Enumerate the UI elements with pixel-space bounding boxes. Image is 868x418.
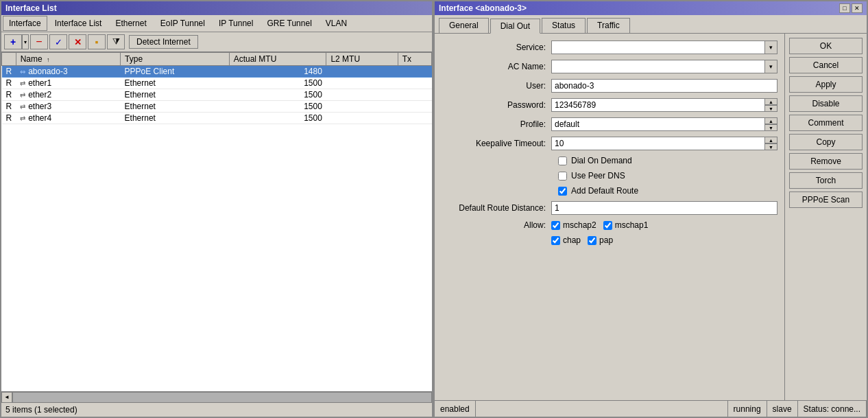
pap-group: pap — [588, 235, 613, 245]
scroll-track[interactable] — [12, 392, 432, 403]
remove-button[interactable]: Remove — [789, 153, 863, 170]
ac-name-label: AC Name: — [442, 62, 551, 71]
row-type: Ethernet — [121, 101, 230, 113]
table-row[interactable]: R ⇔abonado-3 PPPoE Client 1480 — [2, 66, 432, 78]
col-type[interactable]: Type — [121, 53, 230, 66]
tab-traffic[interactable]: Traffic — [587, 18, 630, 33]
menu-gre-tunnel[interactable]: GRE Tunnel — [261, 16, 317, 31]
menu-bar: Interface Interface List Ethernet EoIP T… — [1, 15, 432, 32]
mschap2-label: mschap2 — [563, 220, 596, 230]
toolbar: + ▾ − ✓ ✕ ▪ ⧩ Detect Internet — [1, 32, 432, 52]
keepalive-input[interactable] — [551, 137, 765, 150]
row-name: ⇄ether3 — [16, 101, 120, 113]
chap-checkbox[interactable] — [551, 236, 560, 245]
dial-on-demand-checkbox[interactable] — [558, 156, 567, 165]
ac-name-input[interactable] — [551, 60, 765, 73]
table-row[interactable]: R ⇄ether3 Ethernet 1500 — [2, 101, 432, 113]
status-empty — [476, 401, 728, 417]
user-control — [551, 79, 777, 93]
profile-spin-up[interactable]: ▲ — [765, 117, 777, 124]
col-name[interactable]: Name ↑ — [16, 53, 120, 66]
close-button[interactable]: ✕ — [69, 34, 86, 49]
chap-pap-row: chap pap — [442, 235, 777, 245]
ac-name-dropdown-btn[interactable]: ▾ — [765, 60, 777, 73]
cancel-button[interactable]: Cancel — [789, 57, 863, 73]
tab-general[interactable]: General — [439, 18, 489, 33]
interface-table: Name ↑ Type Actual MTU L2 MTU Tx R ⇔abon… — [1, 52, 432, 124]
row-mtu: 1500 — [229, 89, 326, 101]
disable-button[interactable]: Disable — [789, 95, 863, 112]
user-label: User: — [442, 81, 551, 91]
profile-input[interactable] — [551, 117, 765, 131]
service-dropdown-btn[interactable]: ▾ — [765, 40, 777, 54]
service-input[interactable] — [551, 40, 765, 54]
menu-interface[interactable]: Interface — [3, 16, 47, 31]
mschap1-group: mschap1 — [603, 220, 649, 230]
menu-interface-list[interactable]: Interface List — [49, 16, 108, 31]
add-default-route-checkbox[interactable] — [558, 187, 567, 196]
col-l2-mtu[interactable]: L2 MTU — [326, 53, 398, 66]
comment-button[interactable]: Comment — [789, 115, 863, 131]
apply-button[interactable]: Apply — [789, 76, 863, 93]
keepalive-spin-down[interactable]: ▼ — [765, 143, 777, 150]
default-route-distance-label: Default Route Distance: — [442, 203, 551, 213]
keepalive-row: Keepalive Timeout: ▲ ▼ — [442, 137, 777, 150]
password-spin-down[interactable]: ▼ — [765, 105, 777, 112]
profile-label: Profile: — [442, 119, 551, 129]
password-row: Password: ▲ ▼ — [442, 98, 777, 112]
use-peer-dns-checkbox[interactable] — [558, 172, 567, 181]
dial-on-demand-row: Dial On Demand — [442, 156, 777, 165]
tab-status[interactable]: Status — [542, 18, 586, 33]
user-input[interactable] — [551, 79, 777, 93]
default-route-distance-input[interactable] — [551, 201, 777, 215]
row-status: R — [2, 89, 16, 101]
add-dropdown-button[interactable]: ▾ — [22, 34, 29, 49]
table-row[interactable]: R ⇄ether2 Ethernet 1500 — [2, 89, 432, 101]
col-actual-mtu[interactable]: Actual MTU — [229, 53, 326, 66]
mschap2-checkbox[interactable] — [551, 221, 560, 230]
left-panel: Interface List Interface Interface List … — [0, 0, 433, 418]
remove-button[interactable]: − — [30, 34, 48, 49]
status-running: running — [728, 401, 767, 417]
service-label: Service: — [442, 43, 551, 52]
tab-dial-out[interactable]: Dial Out — [490, 19, 540, 34]
row-status: R — [2, 113, 16, 124]
row-tx — [398, 101, 431, 113]
use-peer-dns-row: Use Peer DNS — [442, 171, 777, 181]
col-tx[interactable]: Tx — [398, 53, 431, 66]
mschap1-checkbox[interactable] — [603, 221, 612, 230]
row-type: Ethernet — [121, 78, 230, 89]
add-button[interactable]: + — [4, 34, 22, 49]
menu-ethernet[interactable]: Ethernet — [109, 16, 152, 31]
scroll-left-button[interactable]: ◄ — [1, 392, 12, 403]
pap-checkbox[interactable] — [588, 236, 596, 245]
window-close-button[interactable]: ✕ — [852, 3, 863, 13]
horizontal-scrollbar[interactable]: ◄ — [1, 391, 432, 402]
torch-button[interactable]: Torch — [789, 172, 863, 189]
password-input[interactable] — [551, 98, 765, 112]
status-text: 5 items (1 selected) — [5, 405, 77, 415]
mschap1-label: mschap1 — [615, 220, 649, 230]
pppoe-scan-button[interactable]: PPPoE Scan — [789, 191, 863, 208]
password-spin-up[interactable]: ▲ — [765, 98, 777, 105]
menu-ip-tunnel[interactable]: IP Tunnel — [213, 16, 259, 31]
status-slave: slave — [767, 401, 798, 417]
restore-button[interactable]: □ — [839, 3, 850, 13]
check-button[interactable]: ✓ — [49, 34, 67, 49]
detect-internet-button[interactable]: Detect Internet — [129, 35, 198, 49]
square-button[interactable]: ▪ — [88, 34, 106, 49]
password-control: ▲ ▼ — [551, 98, 777, 112]
table-row[interactable]: R ⇄ether4 Ethernet 1500 — [2, 113, 432, 124]
col-status[interactable] — [2, 53, 16, 66]
keepalive-spin-up[interactable]: ▲ — [765, 137, 777, 143]
status-conne: Status: conne... — [798, 401, 867, 417]
menu-vlan[interactable]: VLAN — [320, 16, 353, 31]
ok-button[interactable]: OK — [789, 38, 863, 54]
copy-button[interactable]: Copy — [789, 134, 863, 150]
row-name: ⇄ether2 — [16, 89, 120, 101]
filter-button[interactable]: ⧩ — [107, 34, 125, 49]
table-row[interactable]: R ⇄ether1 Ethernet 1500 — [2, 78, 432, 89]
menu-eoip-tunnel[interactable]: EoIP Tunnel — [154, 16, 211, 31]
profile-spin-down[interactable]: ▼ — [765, 124, 777, 131]
dial-on-demand-label: Dial On Demand — [571, 156, 632, 165]
